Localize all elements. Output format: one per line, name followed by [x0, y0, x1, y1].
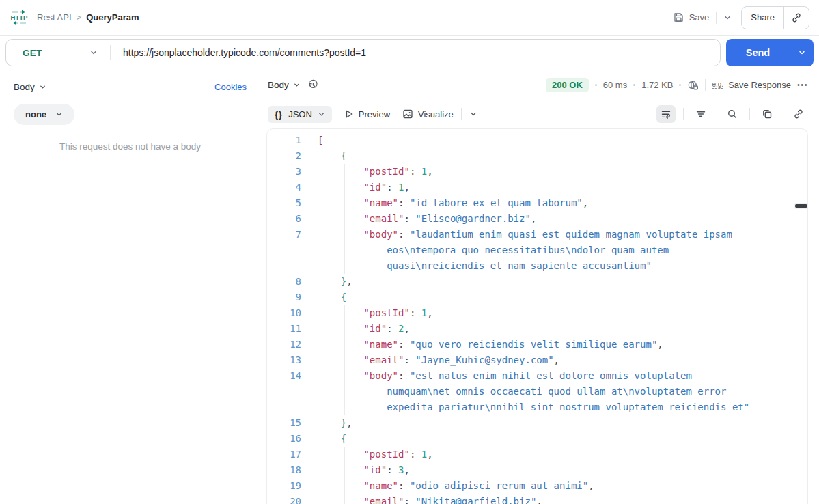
line-number: 11	[267, 321, 301, 337]
indent-guide	[344, 368, 345, 384]
indent-guide	[320, 478, 320, 494]
chevron-down-icon	[89, 48, 98, 57]
code-line: 9 {	[267, 290, 807, 305]
link-button[interactable]	[789, 105, 808, 123]
format-label: JSON	[288, 109, 312, 120]
code-line: 18 "id": 3,	[267, 462, 807, 478]
response-section-label: Body	[268, 80, 289, 90]
indent-guide	[320, 258, 320, 274]
window-bottom-edge	[0, 501, 819, 501]
line-number: 14	[267, 368, 301, 384]
svg-text:HTTP: HTTP	[11, 14, 28, 21]
image-icon	[402, 109, 413, 120]
divider	[749, 108, 750, 120]
scrollbar-thumb[interactable]	[795, 204, 807, 208]
line-number: 13	[267, 352, 301, 368]
line-number: 20	[267, 494, 301, 504]
status-badge: 200 OK	[546, 78, 589, 92]
word-wrap-button[interactable]	[656, 105, 676, 123]
code-line: 12 "name": "quo vero reiciendis velit si…	[267, 337, 807, 352]
code-line: quasi\nreiciendis et nam sapiente accusa…	[267, 258, 807, 274]
code-line: 14 "body": "est natus enim nihil est dol…	[267, 368, 807, 384]
line-number: 4	[267, 180, 301, 195]
request-panel: Body Cookies none This request does not …	[0, 70, 258, 504]
cookies-link[interactable]: Cookies	[214, 82, 247, 92]
indent-guide	[320, 211, 320, 227]
line-number: 18	[267, 462, 301, 478]
url-input[interactable]: https://jsonplaceholder.typicode.com/com…	[111, 47, 366, 58]
body-type-value: none	[25, 109, 46, 120]
preview-label: Preview	[359, 109, 390, 120]
code-line: 1[	[267, 132, 807, 148]
line-number	[267, 258, 301, 274]
request-section-dropdown[interactable]: Body	[14, 82, 46, 92]
breadcrumb-current[interactable]: QueryParam	[86, 12, 139, 23]
divider	[683, 108, 684, 120]
method-selector[interactable]: GET	[6, 48, 110, 58]
indent-guide	[320, 462, 320, 478]
network-info-icon[interactable]	[687, 79, 699, 91]
share-button[interactable]: Share	[742, 7, 783, 29]
filter-icon	[695, 109, 706, 120]
url-bar: GET https://jsonplaceholder.typicode.com…	[5, 39, 721, 66]
line-number: 16	[267, 431, 301, 447]
share-button-group: Share	[741, 6, 809, 29]
code-line: 10 "postId": 1,	[267, 305, 807, 321]
indent-guide	[320, 447, 320, 462]
chevron-down-icon	[293, 81, 301, 89]
indent-guide	[344, 242, 345, 258]
word-wrap-icon	[661, 109, 671, 120]
line-number: 17	[267, 447, 301, 462]
visualize-button[interactable]: Visualize	[402, 109, 454, 120]
indent-guide	[320, 227, 320, 242]
line-number: 15	[267, 415, 301, 431]
format-dropdown[interactable]: {} JSON	[268, 106, 332, 123]
body-type-dropdown[interactable]: none	[14, 104, 74, 125]
preview-button[interactable]: Preview	[344, 109, 390, 120]
line-number: 8	[267, 274, 301, 290]
indent-guide	[320, 431, 320, 447]
response-time: 60 ms	[603, 80, 627, 90]
indent-guide	[344, 352, 345, 368]
history-icon[interactable]	[307, 79, 319, 91]
save-button[interactable]: Save	[673, 12, 710, 23]
breadcrumb-parent[interactable]: Rest API	[37, 12, 72, 23]
chevron-down-icon	[55, 111, 63, 118]
indent-guide	[344, 180, 345, 195]
indent-guide	[320, 164, 320, 180]
app-window: HTTP Rest API > QueryParam Save	[0, 0, 819, 504]
filter-button[interactable]	[691, 105, 710, 123]
code-line: numquam\net omnis occaecati quod ullam a…	[267, 384, 807, 400]
dot-separator	[595, 84, 597, 86]
copy-link-button[interactable]	[784, 7, 809, 29]
http-request-icon: HTTP	[10, 9, 29, 26]
line-number: 3	[267, 164, 301, 180]
visualize-options-chevron[interactable]	[469, 110, 477, 118]
save-options-chevron[interactable]	[723, 14, 732, 22]
save-response-button[interactable]: e.g. Save Response	[712, 80, 790, 90]
save-label: Save	[689, 12, 710, 23]
code-line: 8 },	[267, 274, 807, 290]
divider	[461, 108, 462, 120]
send-options-chevron[interactable]	[790, 48, 814, 57]
code-lines: 1[2 {3 "postId": 1,4 "id": 1,5 "name": "…	[267, 132, 807, 504]
top-bar: HTTP Rest API > QueryParam Save	[0, 0, 819, 36]
line-number: 19	[267, 478, 301, 494]
send-button[interactable]: Send	[726, 39, 814, 66]
link-icon	[793, 109, 804, 120]
code-line: 13 "email": "Jayne_Kuhic@sydney.com",	[267, 352, 807, 368]
search-button[interactable]	[723, 105, 742, 123]
indent-guide	[344, 211, 345, 227]
search-icon	[727, 109, 738, 120]
code-line: 16 {	[267, 431, 807, 447]
more-options-button[interactable]: •••	[797, 81, 808, 89]
indent-guide	[320, 352, 320, 368]
indent-guide	[344, 195, 345, 211]
code-line: 7 "body": "laudantium enim quasi est qui…	[267, 227, 807, 242]
response-section-dropdown[interactable]: Body	[268, 80, 301, 90]
copy-button[interactable]	[758, 105, 777, 123]
indent-guide	[320, 274, 320, 290]
indent-guide	[320, 337, 320, 352]
request-url-row: GET https://jsonplaceholder.typicode.com…	[0, 36, 819, 70]
chevron-down-icon	[318, 111, 325, 118]
